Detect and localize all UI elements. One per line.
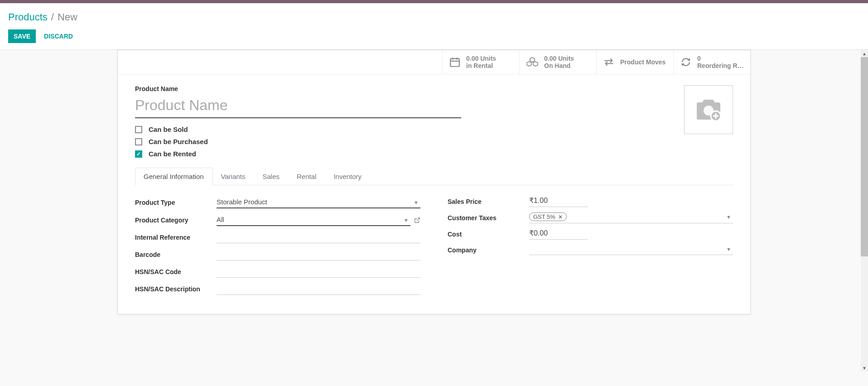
product-category-label: Product Category [135,217,217,224]
scroll-up-arrow-icon[interactable]: ▲ [861,50,868,57]
internal-reference-row: Internal Reference [135,232,420,243]
stat-moves-button[interactable]: Product Moves [596,50,673,74]
can-be-sold-row: Can be Sold [135,125,733,133]
tab-sales[interactable]: Sales [254,168,289,185]
can-be-sold-checkbox[interactable] [135,126,142,133]
product-type-field[interactable]: ▼ [217,196,420,208]
caret-down-icon: ▼ [726,246,731,252]
sales-price-value: ₹1.00 [529,196,548,205]
cost-value: ₹0.00 [529,229,548,237]
product-type-row: Product Type ▼ [135,196,420,208]
internal-reference-field[interactable] [217,232,420,243]
can-be-rented-label: Can be Rented [149,150,196,158]
stat-onhand-text: 0.00 Units On Hand [544,55,574,69]
can-be-purchased-checkbox[interactable] [135,138,142,145]
scroll-down-arrow-icon[interactable]: ▼ [861,364,868,372]
breadcrumb: Products / New [8,11,860,23]
stat-moves-label: Product Moves [620,58,665,66]
can-be-rented-row: ✓ Can be Rented [135,150,733,158]
action-row: SAVE DISCARD [8,29,860,49]
tab-variants[interactable]: Variants [212,168,254,185]
stat-onhand-button[interactable]: 0.00 Units On Hand [519,50,596,74]
customer-taxes-row: Customer Taxes GST 5% ✕ ▼ [448,212,733,223]
stat-rental-button[interactable]: 0.00 Units in Rental [442,50,519,74]
hsn-desc-label: HSN/SAC Description [135,285,217,293]
vertical-scrollbar[interactable]: ▲ ▼ [861,50,868,372]
scrollbar-thumb[interactable] [861,57,868,256]
can-be-sold-label: Can be Sold [149,125,188,133]
hsn-code-row: HSN/SAC Code [135,266,420,278]
internal-reference-input[interactable] [217,232,420,243]
discard-button[interactable]: DISCARD [44,33,73,40]
tax-tag: GST 5% ✕ [529,212,567,221]
can-be-purchased-label: Can be Purchased [149,138,208,145]
tab-rental[interactable]: Rental [288,168,325,185]
sales-price-field[interactable]: ₹1.00 [529,196,588,207]
exchange-icon [603,58,615,67]
header-section: Products / New SAVE DISCARD [0,3,868,50]
barcode-label: Barcode [135,251,217,258]
caret-down-icon: ▼ [726,214,731,220]
save-button[interactable]: SAVE [8,29,36,43]
customer-taxes-label: Customer Taxes [448,214,529,222]
hsn-code-label: HSN/SAC Code [135,268,217,275]
stat-reorder-value: 0 [697,55,744,62]
tab-inventory[interactable]: Inventory [325,168,370,185]
refresh-icon [680,57,692,68]
stat-button-bar: 0.00 Units in Rental 0.00 Units On Hand [118,50,750,74]
stat-reorder-label: Reordering R… [697,62,744,69]
product-name-label: Product Name [135,85,733,92]
hsn-code-input[interactable] [217,266,420,278]
company-label: Company [448,246,529,254]
cost-field[interactable]: ₹0.00 [529,229,588,240]
hsn-desc-field[interactable] [217,283,420,295]
stat-onhand-label: On Hand [544,62,574,69]
stat-moves-text: Product Moves [620,58,665,66]
calendar-icon [449,56,461,68]
form-body: Product Name Can be Sold Can be Purchase… [118,74,750,314]
barcode-field[interactable] [217,249,420,261]
customer-taxes-field[interactable]: GST 5% ✕ ▼ [529,212,733,223]
company-field[interactable]: ▼ [529,245,733,255]
left-column: Product Type ▼ Product Category ▼ [135,196,420,300]
stat-rental-text: 0.00 Units in Rental [466,55,496,69]
tab-content-general: Product Type ▼ Product Category ▼ [135,185,733,300]
breadcrumb-current: New [58,11,77,23]
hsn-code-field[interactable] [217,266,420,278]
company-row: Company ▼ [448,245,733,255]
hsn-desc-row: HSN/SAC Description [135,283,420,295]
cost-row: Cost ₹0.00 [448,229,733,240]
product-type-label: Product Type [135,199,217,206]
breadcrumb-separator: / [51,11,54,23]
form-sheet: 0.00 Units in Rental 0.00 Units On Hand [117,50,751,314]
product-category-field[interactable]: ▼ [217,214,410,226]
content-area: 0.00 Units in Rental 0.00 Units On Hand [0,50,868,314]
cubes-icon [526,56,539,68]
tabs: General Information Variants Sales Renta… [135,168,733,185]
product-category-row: Product Category ▼ [135,214,420,226]
hsn-desc-input[interactable] [217,283,420,295]
can-be-rented-checkbox[interactable]: ✓ [135,150,142,158]
can-be-purchased-row: Can be Purchased [135,138,733,145]
right-column: Sales Price ₹1.00 Customer Taxes GST 5% … [448,196,733,300]
sales-price-row: Sales Price ₹1.00 [448,196,733,207]
stat-rental-value: 0.00 Units [466,55,496,62]
barcode-input[interactable] [217,249,420,261]
product-category-input[interactable] [217,214,410,226]
sales-price-label: Sales Price [448,198,529,205]
product-name-input[interactable] [135,95,461,118]
tax-tag-text: GST 5% [533,213,555,220]
breadcrumb-products-link[interactable]: Products [8,11,48,23]
svg-rect-0 [450,58,459,66]
stat-reorder-text: 0 Reordering R… [697,55,744,69]
tax-tag-remove-icon[interactable]: ✕ [558,214,563,220]
product-type-input[interactable] [217,196,420,208]
top-bar [0,0,868,3]
internal-reference-label: Internal Reference [135,234,217,241]
external-link-icon[interactable] [414,217,420,223]
stat-reorder-button[interactable]: 0 Reordering R… [673,50,750,74]
tab-general-information[interactable]: General Information [135,168,212,185]
product-image-upload[interactable] [684,85,733,134]
cost-label: Cost [448,231,529,238]
barcode-row: Barcode [135,249,420,261]
